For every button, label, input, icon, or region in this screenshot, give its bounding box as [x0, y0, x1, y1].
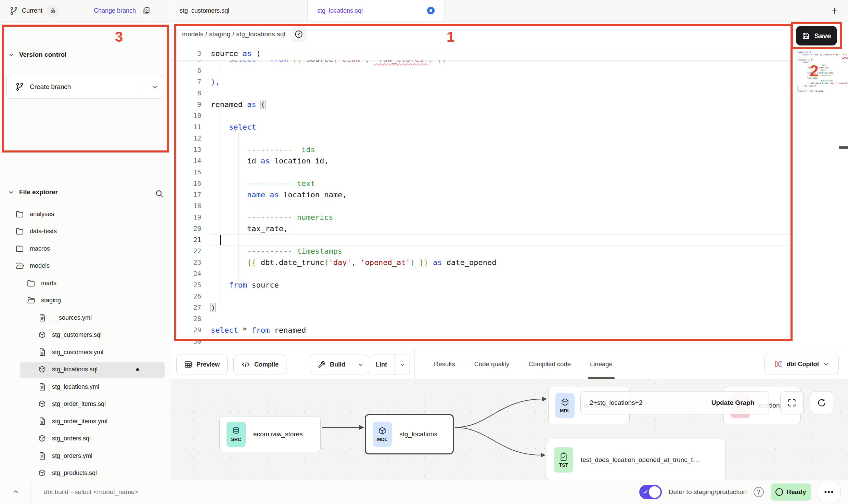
lint-dropdown[interactable]	[395, 355, 410, 374]
table-icon	[184, 360, 192, 369]
create-branch-dropdown[interactable]	[145, 75, 164, 98]
tab-results[interactable]: Results	[434, 349, 455, 379]
build-button[interactable]: Build	[310, 355, 368, 374]
floppy-disk-icon	[802, 32, 810, 40]
lineage-node-test-node[interactable]: TSTtest_does_location_opened_at_trunc_t…	[547, 439, 725, 480]
change-branch-link[interactable]: Change branch	[94, 7, 136, 14]
lineage-node-stg-locations[interactable]: MDLstg_locations	[365, 414, 454, 454]
compile-main[interactable]: Compile	[234, 355, 286, 374]
line-number: 27	[170, 302, 211, 313]
tab-code-quality[interactable]: Code quality	[474, 349, 510, 379]
code-line-9: 9renamed as (	[170, 99, 792, 110]
version-control-header[interactable]: Version control	[8, 51, 66, 58]
copilot-icon[interactable]	[291, 26, 307, 42]
model-icon	[38, 435, 46, 443]
scrollbar-thumb[interactable]	[839, 146, 848, 149]
node-badge-mdl: MDL	[555, 393, 575, 418]
tree-item-__sources-yml[interactable]: __sources.yml	[0, 309, 170, 326]
tree-item-stg_order_items-yml[interactable]: stg_order_items.yml	[0, 413, 170, 430]
status-bar-right: Defer to staging/production ? Ready •••	[639, 483, 840, 501]
code-line-10: 10	[170, 110, 792, 121]
tree-item-stg_products-sql[interactable]: stg_products.sql	[0, 465, 170, 482]
tree-item-stg_orders-yml[interactable]: stg_orders.yml	[0, 447, 170, 464]
tree-item-data-tests[interactable]: data-tests	[0, 223, 170, 240]
tree-item-models[interactable]: models	[0, 257, 170, 275]
branch-lock-badge	[47, 5, 59, 17]
badge-label: SRC	[231, 437, 241, 442]
tree-item-stg_locations-sql[interactable]: stg_locations.sql	[0, 361, 170, 378]
wrench-icon	[318, 360, 326, 369]
search-icon[interactable]	[155, 189, 164, 198]
code-line-21: 21	[170, 234, 792, 246]
line-number: 9	[170, 99, 211, 110]
code-editor[interactable]: 5 select * from {{ source('ecom', 'raw_s…	[170, 48, 792, 349]
tree-item-stg_customers-sql[interactable]: stg_customers.sql	[0, 327, 170, 344]
file-explorer-title: File explorer	[19, 188, 58, 196]
build-main[interactable]: Build	[310, 355, 353, 374]
more-options-button[interactable]: •••	[818, 483, 840, 501]
tab-compiled-code[interactable]: Compiled code	[529, 349, 571, 379]
code-line-28: 28	[170, 313, 792, 324]
tree-item-label: stg_orders.yml	[52, 452, 92, 460]
code-line-11: 11 select	[170, 121, 792, 133]
help-icon[interactable]: ?	[754, 487, 764, 497]
tree-item-marts[interactable]: marts	[0, 275, 170, 292]
tab-label: stg_locations.sql	[317, 7, 363, 14]
command-input[interactable]: dbt build --select <model_name>	[44, 488, 139, 496]
tree-item-macros[interactable]: macros	[0, 240, 170, 257]
defer-label: Defer to staging/production	[669, 488, 747, 496]
tree-item-staging[interactable]: staging	[0, 292, 170, 309]
indent-guide	[238, 133, 239, 279]
indent-guide	[220, 60, 220, 76]
dbt-copilot-button[interactable]: dbt Copilot	[764, 354, 839, 374]
file-explorer-header[interactable]: File explorer	[8, 188, 58, 196]
build-dropdown[interactable]	[353, 355, 368, 374]
copy-icon[interactable]	[142, 6, 151, 15]
editor-pane: models / staging / stg_locations.sql 5 s…	[170, 22, 792, 349]
compile-button[interactable]: Compile	[233, 355, 286, 374]
create-branch-button[interactable]: Create branch	[6, 75, 164, 99]
lineage-node-ecom-raw-stores[interactable]: SRCecom.raw_stores	[219, 416, 321, 452]
breadcrumb-row: models / staging / stg_locations.sql	[170, 22, 792, 47]
create-branch-main[interactable]: Create branch	[7, 75, 145, 98]
lint-button[interactable]: Lint	[368, 355, 410, 374]
save-button[interactable]: Save	[796, 26, 837, 45]
node-label: stg_locations	[399, 430, 437, 438]
tree-item-label: analyses	[30, 211, 54, 218]
line-number: 14	[170, 155, 211, 167]
code-line-7: 7),	[170, 76, 792, 88]
fullscreen-button[interactable]	[780, 391, 804, 414]
line-number: 3	[170, 48, 211, 59]
tree-item-stg_customers-yml[interactable]: stg_customers.yml	[0, 344, 170, 361]
minimap-line: ),	[797, 56, 838, 58]
tree-item-stg_locations-yml[interactable]: stg_locations.yml	[0, 378, 170, 395]
line-number: 20	[170, 223, 211, 234]
tree-item-analyses[interactable]: analyses	[0, 205, 170, 223]
refresh-button[interactable]	[810, 391, 833, 414]
dbt-logo-icon	[774, 360, 783, 369]
new-tab-button[interactable]: +	[828, 4, 841, 17]
annotation-number-1: 1	[447, 29, 454, 45]
line-number: 21	[170, 234, 211, 246]
cube-icon	[378, 427, 387, 436]
preview-button[interactable]: Preview	[176, 355, 228, 374]
line-number: 13	[170, 144, 211, 155]
line-number: 12	[170, 133, 211, 144]
tab-stg_customers-sql[interactable]: stg_customers.sql	[170, 0, 308, 21]
preview-main[interactable]: Preview	[177, 355, 227, 374]
tab-lineage[interactable]: Lineage	[590, 349, 613, 379]
sticky-code-line: 3source as (	[170, 48, 792, 60]
graph-controls: 2+stg_locations+2 Update Graph	[580, 391, 769, 414]
chevron-up-icon	[12, 488, 20, 496]
command-expand-button[interactable]	[0, 480, 31, 504]
tree-item-stg_orders-sql[interactable]: stg_orders.sql	[0, 430, 170, 447]
lint-main[interactable]: Lint	[368, 355, 395, 374]
lineage-canvas[interactable]: SRCecom.raw_storesMDLstg_locationsMDLloc…	[170, 379, 848, 480]
update-graph-button[interactable]: Update Graph	[697, 392, 769, 414]
tree-item-stg_order_items-sql[interactable]: stg_order_items.sql	[0, 396, 170, 413]
lineage-selector-input[interactable]: 2+stg_locations+2	[581, 392, 697, 414]
folder-icon	[15, 244, 24, 253]
tab-stg_locations-sql[interactable]: stg_locations.sql	[308, 0, 445, 21]
line-number: 26	[170, 291, 211, 302]
defer-toggle[interactable]	[639, 485, 662, 499]
